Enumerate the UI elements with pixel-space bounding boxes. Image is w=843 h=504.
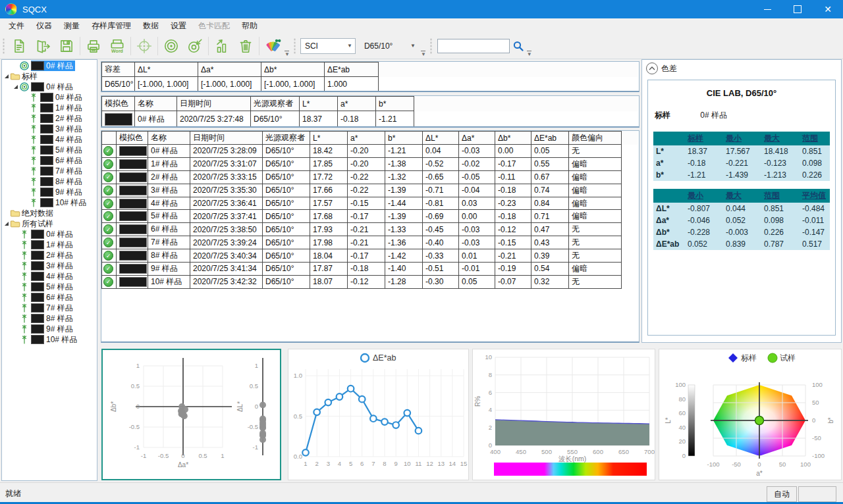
delta-e-trend-chart[interactable]: ΔE*ab0.00.51.0123456789101112131415 [288, 349, 469, 480]
sample-row-8样品[interactable]: ✓8# 样品2020/7/25 3:40:34D65/10°18.04-0.17… [102, 249, 639, 263]
tree-item-标样[interactable]: 标样 [2, 71, 97, 82]
tree-item-0样品[interactable]: 0# 样品 [2, 92, 97, 103]
sample-row-7样品[interactable]: ✓7# 样品2020/7/25 3:39:24D65/10°17.98-0.21… [102, 236, 639, 249]
svg-text:1.0: 1.0 [294, 372, 302, 379]
tree-item-1样品[interactable]: 1# 样品 [2, 103, 97, 113]
measure-standard-button[interactable] [159, 35, 183, 57]
tree-item-3样品[interactable]: 3# 样品 [2, 124, 97, 134]
sample-row-9样品[interactable]: ✓9# 样品2020/7/25 3:41:34D65/10°17.87-0.18… [102, 263, 639, 276]
export-word-button[interactable]: Word [105, 35, 129, 57]
tree-item-7样品[interactable]: 7# 样品 [2, 303, 97, 313]
color-swatch [31, 335, 44, 344]
tree-item-6样品[interactable]: 6# 样品 [2, 292, 97, 303]
toolbar-grip[interactable] [429, 38, 433, 55]
tree-item-0样品[interactable]: 0# 样品 [2, 229, 97, 239]
tree-item-1样品[interactable]: 1# 样品 [2, 239, 97, 250]
sample-row-2样品[interactable]: ✓2# 样品2020/7/25 3:33:15D65/10°17.72-0.22… [102, 170, 639, 184]
save-button[interactable] [55, 35, 78, 57]
tree-item-10样品[interactable]: 10# 样品 [2, 197, 97, 208]
sample-color-swatch [119, 238, 147, 247]
toolbar-overflow-icon[interactable]: ▼ [421, 51, 426, 57]
menu-item-帮助[interactable]: 帮助 [236, 18, 263, 34]
menu-item-测量[interactable]: 测量 [58, 18, 86, 34]
tree-item-7样品[interactable]: 7# 样品 [2, 166, 97, 176]
tree-expander-icon[interactable] [5, 222, 9, 226]
tree-item-4样品[interactable]: 4# 样品 [2, 134, 97, 145]
tree-item-绝对数据[interactable]: 绝对数据 [2, 208, 97, 218]
measure-sample-icon [186, 38, 204, 55]
menu-item-设置[interactable]: 设置 [165, 18, 192, 34]
collapse-chevron-icon[interactable] [646, 63, 658, 74]
minimize-button[interactable] [752, 0, 782, 18]
sci-sce-select[interactable]: SCI▼ [300, 38, 356, 54]
delete-button[interactable] [234, 35, 258, 57]
tolerance-header: ΔL* [135, 63, 198, 77]
tree-item-0样品[interactable]: 0# 样品 [2, 61, 97, 71]
menu-item-数据[interactable]: 数据 [137, 18, 165, 34]
tree-item-4样品[interactable]: 4# 样品 [2, 271, 97, 282]
lab-stat-row: L*18.3717.56718.4180.851 [653, 145, 830, 157]
tree-item-8样品[interactable]: 8# 样品 [2, 176, 97, 187]
sample-icon [19, 314, 30, 323]
sample-row-1样品[interactable]: ✓1# 样品2020/7/25 3:31:07D65/10°17.85-0.20… [102, 157, 639, 170]
sample-row-4样品[interactable]: ✓4# 样品2020/7/25 3:36:41D65/10°17.57-0.15… [102, 197, 639, 210]
measure-sample-button[interactable] [183, 35, 207, 57]
sample-row-0样品[interactable]: ✓0# 样品2020/7/25 3:28:09D65/10°18.42-0.20… [102, 145, 639, 158]
color-diff-title: 色差 [661, 63, 677, 74]
pass-check-icon: ✓ [103, 172, 113, 182]
tree-item-10样品[interactable]: 10# 样品 [2, 334, 97, 345]
svg-text:-100: -100 [812, 452, 825, 459]
tree-item-9样品[interactable]: 9# 样品 [2, 324, 97, 334]
reflectance-chart[interactable]: 0246810400450500550600650700R%波长(nm) [472, 349, 655, 480]
color-swatch [40, 145, 53, 155]
illuminant-observer-select[interactable]: D65/10°▼ [360, 38, 419, 54]
tree-item-9样品[interactable]: 9# 样品 [2, 187, 97, 197]
tree-item-label: 9# 样品 [55, 187, 82, 198]
sample-row-10样品[interactable]: ✓10# 样品2020/7/25 3:42:32D65/10°18.07-0.1… [102, 275, 639, 288]
toolbar-overflow-icon[interactable]: ▼ [527, 51, 532, 57]
tree-item-3样品[interactable]: 3# 样品 [2, 261, 97, 271]
tree-item-5样品[interactable]: 5# 样品 [2, 145, 97, 155]
delta-ab-scatter-chart[interactable]: -1-1-0.5-0.5000.50.511Δb*Δa*-1-0.500.51Δ… [101, 349, 281, 480]
statistics-button[interactable] [210, 35, 234, 57]
tree-item-所有试样[interactable]: 所有试样 [2, 218, 97, 229]
search-icon[interactable] [512, 40, 524, 52]
tree-expander-icon[interactable] [5, 74, 9, 78]
tree-item-label: 8# 样品 [55, 176, 82, 188]
maximize-button[interactable] [782, 0, 813, 18]
sample-row-3样品[interactable]: ✓3# 样品2020/7/25 3:35:30D65/10°17.66-0.22… [102, 184, 639, 197]
export-button[interactable] [31, 35, 55, 57]
tolerance-row[interactable]: D65/10°[-1.000, 1.000][-1.000, 1.000][-1… [102, 77, 639, 91]
toolbar-grip[interactable] [293, 38, 296, 55]
standard-row[interactable]: 0# 样品2020/7/25 3:27:48D65/10°18.37-0.18-… [102, 111, 639, 128]
menu-item-仪器[interactable]: 仪器 [30, 18, 58, 34]
tree-item-0样品[interactable]: 0# 样品 [2, 82, 97, 92]
sample-row-5样品[interactable]: ✓5# 样品2020/7/25 3:37:41D65/10°17.68-0.17… [102, 210, 639, 223]
menu-item-文件[interactable]: 文件 [3, 18, 30, 34]
auto-button[interactable]: 自动 [767, 486, 797, 502]
save-icon [58, 38, 75, 55]
new-document-button[interactable] [7, 35, 31, 57]
tree-item-6样品[interactable]: 6# 样品 [2, 155, 97, 166]
tree-item-label: 7# 样品 [55, 166, 82, 177]
svg-text:Δb*: Δb* [110, 401, 117, 412]
sample-row-6样品[interactable]: ✓6# 样品2020/7/25 3:38:50D65/10°17.93-0.21… [102, 223, 639, 236]
tree-item-2样品[interactable]: 2# 样品 [2, 250, 97, 261]
search-input[interactable] [437, 39, 510, 53]
calibrate-button[interactable] [132, 35, 156, 57]
sample-color-swatch [119, 277, 147, 287]
print-button[interactable] [82, 35, 105, 57]
tree-item-8样品[interactable]: 8# 样品 [2, 313, 97, 324]
tree-expander-icon[interactable] [14, 85, 18, 89]
toolbar-overflow-icon[interactable]: ▼ [285, 51, 290, 57]
close-button[interactable]: ✕ [813, 0, 843, 18]
menu-item-存样库管理[interactable]: 存样库管理 [86, 18, 137, 34]
toolbar-grip[interactable] [2, 38, 5, 55]
tree-item-5样品[interactable]: 5# 样品 [2, 282, 97, 292]
standard-name: 0# 样品 [700, 111, 727, 120]
status-text: 就绪 [5, 488, 21, 499]
color-gamut-chart[interactable]: 标样试样020406080100L*-100-50050100b*-100-50… [659, 349, 842, 480]
svg-text:2: 2 [315, 460, 318, 467]
color-card-search-button[interactable] [261, 35, 285, 57]
tree-item-2样品[interactable]: 2# 样品 [2, 113, 97, 124]
